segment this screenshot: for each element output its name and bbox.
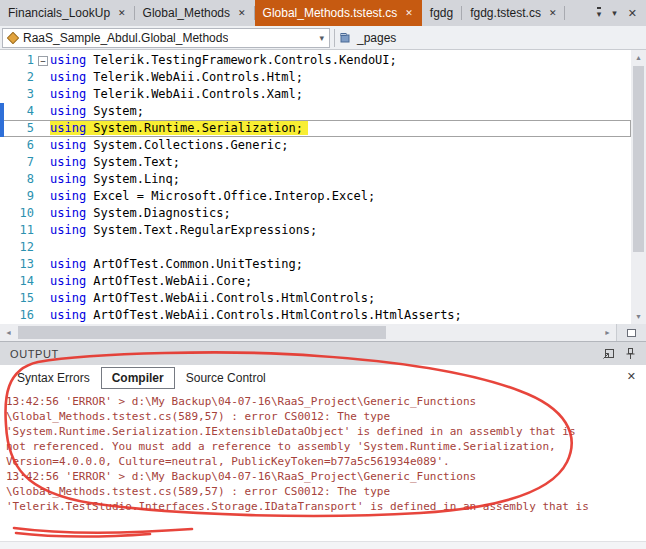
- scroll-right-arrow-icon[interactable]: ►: [599, 324, 616, 341]
- code-line[interactable]: 2using Telerik.WebAii.Controls.Html;: [0, 69, 631, 86]
- code-line[interactable]: 11using System.Text.RegularExpressions;: [0, 222, 631, 239]
- dropdown-arrow-icon[interactable]: ▾: [316, 33, 327, 43]
- tab-close-icon[interactable]: ✕: [238, 9, 246, 18]
- fold-margin: [36, 171, 50, 188]
- code-line[interactable]: 1−using Telerik.TestingFramework.Control…: [0, 52, 631, 69]
- collapse-icon[interactable]: −: [38, 56, 48, 66]
- type-selector-value: RaaS_Sample_Abdul.Global_Methods: [23, 31, 228, 45]
- document-tab[interactable]: Global_Methods.tstest.cs✕: [255, 0, 422, 26]
- fold-margin: [36, 103, 50, 120]
- active-files-dropdown-icon[interactable]: ▾: [597, 7, 602, 19]
- fold-margin: [36, 205, 50, 222]
- document-tab[interactable]: fgdg: [422, 0, 462, 26]
- member-selector-value: _pages: [357, 31, 396, 45]
- log-line: 'System.Runtime.Serialization.IExtensibl…: [6, 424, 646, 439]
- member-icon: [339, 32, 351, 44]
- output-tab[interactable]: Compiler: [101, 367, 175, 389]
- code-line[interactable]: 6using System.Collections.Generic;: [0, 137, 631, 154]
- document-tab[interactable]: Financials_LookUp✕: [0, 0, 135, 26]
- log-line: 'Telerik.TestStudio.Interfaces.Storage.I…: [6, 499, 646, 514]
- class-icon: [7, 32, 19, 44]
- editor-options-button[interactable]: [616, 324, 646, 341]
- fold-margin: [36, 222, 50, 239]
- close-output-icon[interactable]: ✕: [627, 370, 636, 383]
- log-line: not referenced. You must add a reference…: [6, 439, 646, 454]
- code-line[interactable]: 7using System.Text;: [0, 154, 631, 171]
- editor-horizontal-scrollbar[interactable]: ◄ ►: [0, 324, 646, 341]
- code-line[interactable]: 10using System.Diagnostics;: [0, 205, 631, 222]
- line-number: 7: [0, 154, 34, 171]
- tab-bar-icons: ▾ ▾ ✕: [588, 0, 646, 26]
- tab-close-icon[interactable]: ✕: [405, 9, 413, 18]
- output-tab[interactable]: Syntax Errors: [6, 367, 101, 389]
- code-text: using System.Text.RegularExpressions;: [50, 222, 631, 239]
- bottom-strip: [0, 541, 646, 549]
- line-number: 16: [0, 307, 34, 324]
- document-tabs: Financials_LookUp✕Global_Methods✕Global_…: [0, 0, 588, 26]
- change-tracking-bar: [0, 103, 4, 120]
- line-number: 9: [0, 188, 34, 205]
- code-line[interactable]: 4using System;: [0, 103, 631, 120]
- line-number: 5: [0, 120, 34, 137]
- nav-separator: [334, 29, 335, 47]
- code-line[interactable]: 9using Excel = Microsoft.Office.Interop.…: [0, 188, 631, 205]
- code-text: using ArtOfTest.WebAii.Core;: [50, 273, 631, 290]
- fold-margin: [36, 256, 50, 273]
- code-text: using System;: [50, 103, 631, 120]
- line-number: 10: [0, 205, 34, 222]
- scroll-left-arrow-icon[interactable]: ◄: [0, 324, 17, 341]
- code-line[interactable]: 16using ArtOfTest.WebAii.Controls.HtmlCo…: [0, 307, 631, 324]
- fold-margin: [36, 154, 50, 171]
- vertical-scrollbar-thumb[interactable]: [633, 66, 644, 252]
- fold-margin[interactable]: −: [36, 52, 50, 69]
- scroll-down-arrow-icon[interactable]: ▼: [631, 309, 646, 324]
- line-number: 11: [0, 222, 34, 239]
- tab-label: Financials_LookUp: [8, 6, 110, 20]
- log-line: \Global_Methods.tstest.cs(589,57) : erro…: [6, 409, 646, 424]
- document-tab[interactable]: fgdg.tstest.cs✕: [462, 0, 565, 26]
- line-number: 1: [0, 52, 34, 69]
- line-number: 4: [0, 103, 34, 120]
- ide-window: Financials_LookUp✕Global_Methods✕Global_…: [0, 0, 646, 549]
- type-selector-dropdown[interactable]: RaaS_Sample_Abdul.Global_Methods ▾: [2, 28, 330, 48]
- member-selector-dropdown[interactable]: _pages: [339, 28, 646, 48]
- document-tab[interactable]: Global_Methods✕: [135, 0, 255, 26]
- fold-margin: [36, 290, 50, 307]
- fold-margin: [36, 69, 50, 86]
- horizontal-scrollbar-track[interactable]: [17, 324, 599, 341]
- pin-icon[interactable]: [625, 347, 636, 360]
- tab-close-icon[interactable]: ✕: [118, 9, 126, 18]
- line-number: 13: [0, 256, 34, 273]
- line-number: 14: [0, 273, 34, 290]
- code-line[interactable]: 13using ArtOfTest.Common.UnitTesting;: [0, 256, 631, 273]
- editor-vertical-scrollbar[interactable]: ▲ ▼: [631, 50, 646, 324]
- horizontal-scrollbar-thumb[interactable]: [18, 326, 386, 339]
- code-line[interactable]: 15using ArtOfTest.WebAii.Controls.HtmlCo…: [0, 290, 631, 307]
- log-line: 13:42:56 'ERROR' > d:\My Backup\04-07-16…: [6, 469, 646, 484]
- fold-margin: [36, 188, 50, 205]
- close-document-icon[interactable]: ✕: [628, 7, 637, 20]
- code-text: using Excel = Microsoft.Office.Interop.E…: [50, 188, 631, 205]
- log-line: 13:42:56 'ERROR' > d:\My Backup\04-07-16…: [6, 394, 646, 409]
- code-line[interactable]: 8using System.Linq;: [0, 171, 631, 188]
- code-line[interactable]: 14using ArtOfTest.WebAii.Core;: [0, 273, 631, 290]
- code-line[interactable]: 12: [0, 239, 631, 256]
- float-window-icon[interactable]: [602, 347, 615, 360]
- output-log: 13:42:56 'ERROR' > d:\My Backup\04-07-16…: [0, 391, 646, 541]
- code-text: using ArtOfTest.Common.UnitTesting;: [50, 256, 631, 273]
- line-number: 2: [0, 69, 34, 86]
- code-line[interactable]: 3using Telerik.WebAii.Controls.Xaml;: [0, 86, 631, 103]
- tab-close-icon[interactable]: ✕: [549, 9, 557, 18]
- code-line[interactable]: 5using System.Runtime.Serialization;: [0, 120, 631, 137]
- code-editor[interactable]: 1−using Telerik.TestingFramework.Control…: [0, 50, 631, 324]
- code-text: using Telerik.WebAii.Controls.Xaml;: [50, 86, 631, 103]
- output-panel-header: OUTPUT: [0, 341, 646, 365]
- scroll-up-arrow-icon[interactable]: ▲: [631, 50, 646, 65]
- output-tab[interactable]: Source Control: [175, 367, 277, 389]
- code-text: using Telerik.TestingFramework.Controls.…: [50, 52, 631, 69]
- tab-label: fgdg.tstest.cs: [470, 6, 541, 20]
- code-text: using ArtOfTest.WebAii.Controls.HtmlCont…: [50, 307, 631, 324]
- line-number: 6: [0, 137, 34, 154]
- code-lines: 1−using Telerik.TestingFramework.Control…: [0, 52, 631, 324]
- caret-down-icon[interactable]: ▾: [612, 8, 617, 18]
